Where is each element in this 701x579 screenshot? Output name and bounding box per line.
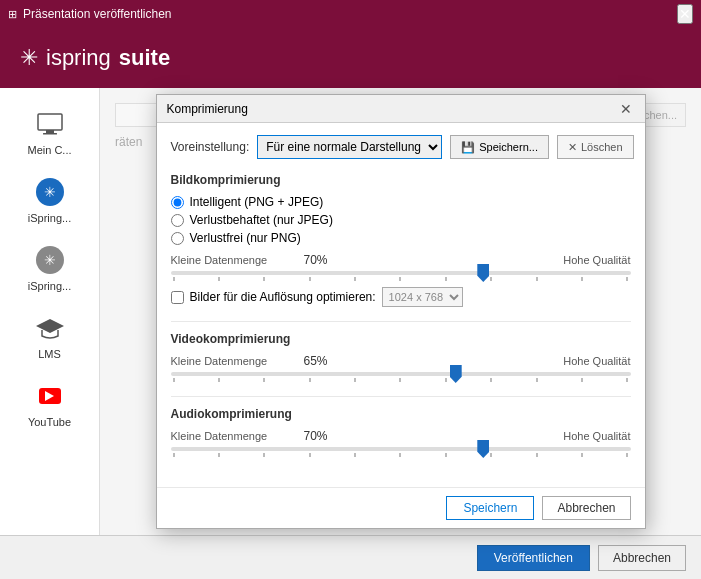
svg-rect-1 bbox=[46, 130, 54, 133]
audio-slider-dots bbox=[171, 453, 631, 457]
ispring-gray-icon: ✳ bbox=[34, 244, 66, 276]
cancel-button[interactable]: Abbrechen bbox=[598, 545, 686, 571]
main-panel: Durchsuchen... räten Komprimierung ✕ bbox=[100, 88, 701, 535]
radio-intelligent-label: Intelligent (PNG + JPEG) bbox=[190, 195, 324, 209]
window-title: Präsentation veröffentlichen bbox=[23, 7, 172, 21]
svg-rect-0 bbox=[38, 114, 62, 130]
ispring-blue-icon: ✳ bbox=[34, 176, 66, 208]
audio-quality-row: Kleine Datenmenge 70% Hohe Qualität bbox=[171, 429, 631, 443]
svg-rect-2 bbox=[43, 133, 57, 135]
image-section-header: Bildkomprimierung bbox=[171, 173, 631, 187]
save-preset-button[interactable]: 💾 Speichern... bbox=[450, 135, 549, 159]
dialog-content: Voreinstellung: Für eine normale Darstel… bbox=[157, 123, 645, 483]
app-header: ✳ ispring suite bbox=[0, 28, 701, 88]
radio-lossless-label: Verlustfrei (nur PNG) bbox=[190, 231, 301, 245]
video-slider-dots bbox=[171, 378, 631, 382]
audio-quality-left: Kleine Datenmenge bbox=[171, 430, 291, 442]
delete-preset-button[interactable]: ✕ Löschen bbox=[557, 135, 634, 159]
delete-preset-label: Löschen bbox=[581, 141, 623, 153]
sidebar-item-ispring2[interactable]: ✳ iSpring... bbox=[0, 234, 99, 302]
image-quality-row: Kleine Datenmenge 70% Hohe Qualität bbox=[171, 253, 631, 267]
sidebar-item-lms[interactable]: LMS bbox=[0, 302, 99, 370]
resolution-select[interactable]: 1024 x 768 bbox=[382, 287, 463, 307]
image-slider-dots bbox=[171, 277, 631, 281]
audio-slider-container[interactable] bbox=[171, 447, 631, 457]
video-quality-left: Kleine Datenmenge bbox=[171, 355, 291, 367]
logo-suite-text: suite bbox=[119, 45, 170, 71]
video-slider-container[interactable] bbox=[171, 372, 631, 382]
radio-intelligent[interactable]: Intelligent (PNG + JPEG) bbox=[171, 195, 631, 209]
preset-select[interactable]: Für eine normale Darstellung bbox=[257, 135, 442, 159]
save-preset-label: Speichern... bbox=[479, 141, 538, 153]
app-icon: ⊞ bbox=[8, 8, 17, 21]
preset-row: Voreinstellung: Für eine normale Darstel… bbox=[171, 135, 631, 159]
optimize-resolution-checkbox[interactable] bbox=[171, 291, 184, 304]
logo: ✳ ispring suite bbox=[20, 45, 170, 71]
video-section-header: Videokomprimierung bbox=[171, 332, 631, 346]
sidebar-item-ispring1[interactable]: ✳ iSpring... bbox=[0, 166, 99, 234]
dialog-title: Komprimierung bbox=[167, 102, 248, 116]
radio-lossless[interactable]: Verlustfrei (nur PNG) bbox=[171, 231, 631, 245]
image-quality-left: Kleine Datenmenge bbox=[171, 254, 291, 266]
audio-section-header: Audiokomprimierung bbox=[171, 407, 631, 421]
image-compression-section: Bildkomprimierung Intelligent (PNG + JPE… bbox=[171, 173, 631, 307]
video-quality-row: Kleine Datenmenge 65% Hohe Qualität bbox=[171, 354, 631, 368]
graduation-icon bbox=[34, 312, 66, 344]
image-quality-pct: 70% bbox=[291, 253, 341, 267]
logo-star-icon: ✳ bbox=[20, 45, 38, 71]
dialog-overlay: Komprimierung ✕ Voreinstellung: Für eine… bbox=[100, 88, 701, 535]
radio-lossy-label: Verlustbehaftet (nur JPEG) bbox=[190, 213, 333, 227]
svg-marker-3 bbox=[36, 319, 64, 333]
publish-button[interactable]: Veröffentlichen bbox=[477, 545, 590, 571]
video-compression-section: Videokomprimierung Kleine Datenmenge 65%… bbox=[171, 321, 631, 382]
image-slider-track bbox=[171, 271, 631, 275]
dialog-titlebar: Komprimierung ✕ bbox=[157, 95, 645, 123]
sidebar-item-mein-computer[interactable]: Mein C... bbox=[0, 98, 99, 166]
dialog-cancel-button[interactable]: Abbrechen bbox=[542, 496, 630, 520]
dialog-footer: Speichern Abbrechen bbox=[157, 487, 645, 528]
audio-compression-section: Audiokomprimierung Kleine Datenmenge 70%… bbox=[171, 396, 631, 457]
title-bar: ⊞ Präsentation veröffentlichen ✕ bbox=[0, 0, 701, 28]
logo-ispring-text: ispring bbox=[46, 45, 111, 71]
sidebar-item-lms-label: LMS bbox=[38, 348, 61, 360]
image-radio-group: Intelligent (PNG + JPEG) Verlustbehaftet… bbox=[171, 195, 631, 245]
sidebar-item-mein-computer-label: Mein C... bbox=[27, 144, 71, 156]
sidebar-item-ispring1-label: iSpring... bbox=[28, 212, 71, 224]
preset-label: Voreinstellung: bbox=[171, 140, 250, 154]
content-area: Mein C... ✳ iSpring... ✳ iSpring... bbox=[0, 88, 701, 535]
image-slider-container[interactable] bbox=[171, 271, 631, 281]
sidebar-item-ispring2-label: iSpring... bbox=[28, 280, 71, 292]
compression-dialog: Komprimierung ✕ Voreinstellung: Für eine… bbox=[156, 94, 646, 529]
youtube-icon bbox=[34, 380, 66, 412]
save-preset-icon: 💾 bbox=[461, 141, 475, 154]
sidebar-item-youtube-label: YouTube bbox=[28, 416, 71, 428]
audio-slider-track bbox=[171, 447, 631, 451]
sidebar: Mein C... ✳ iSpring... ✳ iSpring... bbox=[0, 88, 100, 535]
dialog-save-button[interactable]: Speichern bbox=[446, 496, 534, 520]
optimize-resolution-row: Bilder für die Auflösung optimieren: 102… bbox=[171, 287, 631, 307]
video-slider-track bbox=[171, 372, 631, 376]
window-close-button[interactable]: ✕ bbox=[677, 4, 693, 24]
video-quality-right: Hohe Qualität bbox=[341, 355, 631, 367]
audio-quality-pct: 70% bbox=[291, 429, 341, 443]
delete-preset-icon: ✕ bbox=[568, 141, 577, 154]
optimize-resolution-label: Bilder für die Auflösung optimieren: bbox=[190, 290, 376, 304]
dialog-close-button[interactable]: ✕ bbox=[617, 100, 635, 118]
monitor-icon bbox=[34, 108, 66, 140]
sidebar-item-youtube[interactable]: YouTube bbox=[0, 370, 99, 438]
video-quality-pct: 65% bbox=[291, 354, 341, 368]
app-body: ✳ ispring suite Mein C... bbox=[0, 28, 701, 579]
bottom-bar: Veröffentlichen Abbrechen bbox=[0, 535, 701, 579]
radio-lossy[interactable]: Verlustbehaftet (nur JPEG) bbox=[171, 213, 631, 227]
